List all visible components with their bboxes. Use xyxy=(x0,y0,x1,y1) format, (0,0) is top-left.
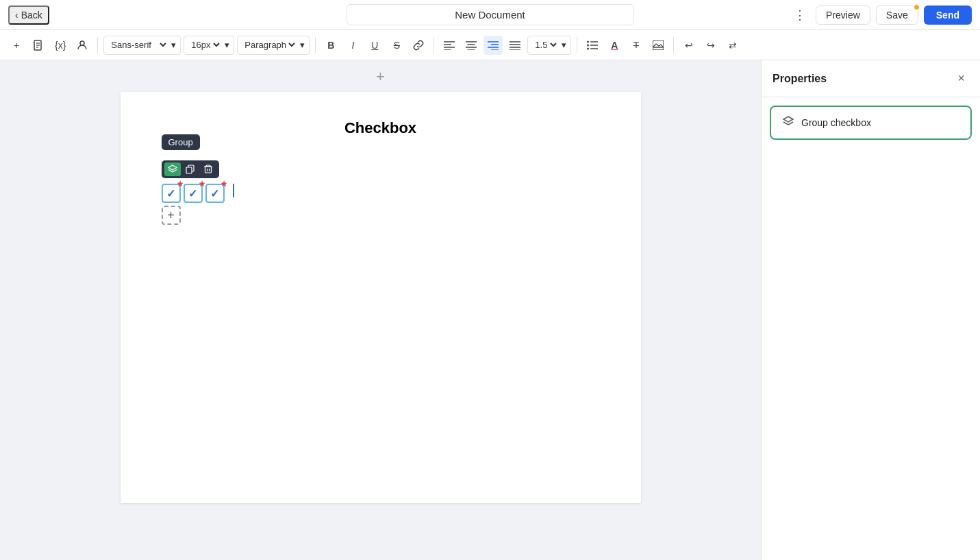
preview-label: Preview xyxy=(826,10,860,21)
underline-icon: U xyxy=(371,40,378,51)
list-button[interactable] xyxy=(583,36,602,55)
paragraph-style-chevron: ▾ xyxy=(300,40,305,50)
align-right-button[interactable] xyxy=(483,36,503,55)
italic-icon: I xyxy=(351,40,354,51)
bold-icon: B xyxy=(327,40,334,51)
group-tooltip: Group xyxy=(162,134,200,150)
svg-point-25 xyxy=(587,47,589,49)
add-section-top-button[interactable]: + xyxy=(371,67,390,86)
checkbox-item-2[interactable]: ★ ✓ xyxy=(184,184,203,203)
bold-button[interactable]: B xyxy=(321,36,340,55)
group-checkbox-property-item[interactable]: Group checkbox xyxy=(770,106,972,140)
image-insert-button[interactable] xyxy=(649,36,668,55)
svg-rect-30 xyxy=(205,167,211,173)
document-icon-button[interactable] xyxy=(29,36,48,55)
svg-point-21 xyxy=(587,40,589,42)
group-copy-button[interactable] xyxy=(182,162,199,176)
save-notification-dot xyxy=(914,4,920,10)
preview-button[interactable]: Preview xyxy=(816,5,870,25)
back-label: Back xyxy=(21,10,42,21)
paragraph-style-dropdown[interactable]: Paragraph Heading 1 Heading 2 Heading 3 xyxy=(242,39,297,51)
toolbar-divider-5 xyxy=(673,37,674,53)
formatting-toolbar: + {x} Sans-serif Serif Monospace ▾ 16px … xyxy=(0,30,980,60)
text-cursor xyxy=(233,184,234,197)
group-container: Group xyxy=(162,159,234,225)
layers-icon xyxy=(782,115,794,130)
italic-button[interactable]: I xyxy=(343,36,362,55)
required-star-3: ★ xyxy=(221,180,227,188)
svg-rect-29 xyxy=(186,167,192,173)
link-button[interactable] xyxy=(409,36,428,55)
text-color-icon: A xyxy=(611,40,618,51)
properties-panel: Properties × Group checkbox xyxy=(761,60,980,560)
strikethrough-icon: S xyxy=(394,40,400,51)
checkboxes-row: ★ ✓ ★ ✓ ★ ✓ xyxy=(162,184,234,203)
close-properties-button[interactable]: × xyxy=(953,70,969,87)
add-element-button[interactable]: + xyxy=(7,36,26,55)
document-title-container xyxy=(347,4,634,25)
font-size-select[interactable]: 16px 12px 14px 18px 24px ▾ xyxy=(184,36,234,55)
group-delete-button[interactable] xyxy=(200,162,216,176)
extra-button[interactable]: ⇄ xyxy=(723,36,742,55)
page-title: Checkbox xyxy=(162,119,600,137)
variable-button[interactable]: {x} xyxy=(51,36,70,55)
align-left-button[interactable] xyxy=(440,36,459,55)
strikethrough-button[interactable]: S xyxy=(387,36,406,55)
svg-point-23 xyxy=(587,44,589,46)
line-height-dropdown[interactable]: 1.5 1.0 2.0 xyxy=(532,39,559,51)
top-nav: ‹ Back ⋮ Preview Save Send xyxy=(0,0,980,30)
toolbar-divider-2 xyxy=(315,37,316,53)
main-area: + Checkbox Group xyxy=(0,60,980,560)
font-family-dropdown[interactable]: Sans-serif Serif Monospace xyxy=(108,39,168,51)
check-mark-3: ✓ xyxy=(210,187,219,200)
font-family-select[interactable]: Sans-serif Serif Monospace ▾ xyxy=(103,36,181,55)
font-family-chevron: ▾ xyxy=(171,40,176,50)
align-justify-button[interactable] xyxy=(505,36,525,55)
toolbar-divider-4 xyxy=(577,37,577,53)
check-mark-2: ✓ xyxy=(188,187,197,200)
send-button[interactable]: Send xyxy=(924,5,972,25)
person-button[interactable] xyxy=(73,36,92,55)
checkbox-item-1[interactable]: ★ ✓ xyxy=(162,184,181,203)
redo-button[interactable]: ↪ xyxy=(701,36,720,55)
save-label: Save xyxy=(886,10,908,21)
checkbox-item-3[interactable]: ★ ✓ xyxy=(205,184,225,203)
align-center-button[interactable] xyxy=(462,36,481,55)
text-color-button[interactable]: A xyxy=(605,36,624,55)
more-options-button[interactable]: ⋮ xyxy=(790,5,810,25)
add-checkbox-icon: + xyxy=(167,208,175,223)
line-height-select[interactable]: 1.5 1.0 2.0 ▾ xyxy=(527,36,571,55)
clear-format-button[interactable]: T̶ xyxy=(627,36,646,55)
undo-button[interactable]: ↩ xyxy=(679,36,699,55)
top-nav-actions: ⋮ Preview Save Send xyxy=(790,5,972,25)
document-title-input[interactable] xyxy=(347,4,634,25)
required-star-2: ★ xyxy=(199,180,205,188)
group-tooltip-label: Group xyxy=(168,137,193,147)
canvas-area: + Checkbox Group xyxy=(0,60,761,560)
line-height-chevron: ▾ xyxy=(562,40,566,50)
group-checkbox-label: Group checkbox xyxy=(801,117,871,128)
add-checkbox-button[interactable]: + xyxy=(162,206,181,225)
toolbar-divider-1 xyxy=(97,37,98,53)
required-star-1: ★ xyxy=(177,180,184,188)
group-layers-button[interactable] xyxy=(164,162,181,176)
svg-point-4 xyxy=(80,41,84,45)
close-icon: × xyxy=(957,71,965,85)
check-mark-1: ✓ xyxy=(166,187,175,200)
back-chevron-icon: ‹ xyxy=(15,10,18,21)
toolbar-divider-3 xyxy=(434,37,434,53)
clear-format-icon: T̶ xyxy=(633,40,639,50)
font-size-dropdown[interactable]: 16px 12px 14px 18px 24px xyxy=(188,39,222,51)
save-button[interactable]: Save xyxy=(876,5,918,25)
properties-title: Properties xyxy=(772,73,827,85)
paragraph-style-select[interactable]: Paragraph Heading 1 Heading 2 Heading 3 … xyxy=(237,36,310,55)
font-size-chevron: ▾ xyxy=(225,40,229,50)
send-label: Send xyxy=(936,10,959,21)
underline-button[interactable]: U xyxy=(365,36,384,55)
group-action-toolbar xyxy=(162,160,219,178)
back-button[interactable]: ‹ Back xyxy=(8,5,49,25)
document-page: Checkbox Group xyxy=(121,92,641,503)
properties-header: Properties × xyxy=(762,60,980,97)
